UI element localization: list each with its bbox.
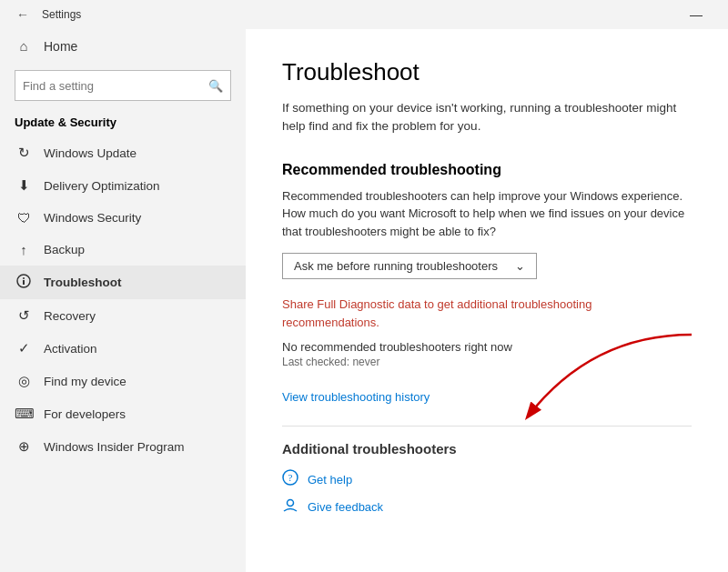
- recommended-description: Recommended troubleshooters can help imp…: [282, 187, 692, 241]
- recommended-section-title: Recommended troubleshooting: [282, 162, 692, 178]
- minimize-button[interactable]: —: [675, 0, 717, 29]
- additional-section: Additional troubleshooters: [282, 426, 692, 457]
- sidebar-item-windows-insider[interactable]: ⊕ Windows Insider Program: [0, 430, 246, 463]
- sidebar-search-box[interactable]: 🔍: [15, 70, 231, 101]
- get-help-icon: ?: [282, 469, 298, 489]
- diagnostic-link-container: Share Full Diagnostic data to get additi…: [282, 296, 692, 331]
- recovery-icon: ↺: [15, 307, 33, 324]
- sidebar-item-label: Delivery Optimization: [44, 179, 160, 193]
- search-input[interactable]: [23, 79, 208, 93]
- sidebar-item-for-developers[interactable]: ⌨ For developers: [0, 397, 246, 430]
- sidebar-item-activation[interactable]: ✓ Activation: [0, 332, 246, 365]
- svg-point-6: [288, 500, 294, 507]
- chevron-down-icon: ⌄: [515, 259, 525, 273]
- get-help-item[interactable]: ? Get help: [282, 469, 692, 489]
- sidebar-item-find-my-device[interactable]: ◎ Find my device: [0, 365, 246, 397]
- sidebar-section-title: Update & Security: [0, 112, 246, 136]
- svg-point-1: [23, 277, 25, 279]
- delivery-optimization-icon: ⬇: [15, 177, 33, 194]
- svg-text:?: ?: [288, 472, 293, 483]
- sidebar-item-label: Troubleshoot: [44, 276, 122, 289]
- sidebar-item-label: Find my device: [44, 375, 126, 388]
- sidebar-item-recovery[interactable]: ↺ Recovery: [0, 299, 246, 332]
- give-feedback-item[interactable]: Give feedback: [282, 497, 692, 517]
- page-description: If something on your device isn't workin…: [282, 99, 692, 136]
- home-icon: ⌂: [15, 38, 33, 54]
- troubleshoot-icon: [15, 274, 33, 291]
- search-icon: 🔍: [208, 79, 223, 93]
- titlebar-controls: —: [675, 0, 717, 29]
- sidebar-item-label: For developers: [44, 407, 126, 421]
- main-content: Troubleshoot If something on your device…: [246, 29, 728, 572]
- feedback-label: Give feedback: [308, 500, 383, 514]
- sidebar-item-label: Windows Update: [44, 146, 136, 160]
- sidebar-item-label: Backup: [44, 243, 85, 256]
- get-help-label: Get help: [308, 473, 352, 487]
- for-developers-icon: ⌨: [15, 406, 33, 422]
- last-checked-text: Last checked: never: [282, 356, 692, 368]
- sidebar-item-backup[interactable]: ↑ Backup: [0, 234, 246, 266]
- sidebar-item-troubleshoot[interactable]: Troubleshoot: [0, 266, 246, 299]
- windows-security-icon: 🛡: [15, 210, 33, 226]
- activation-icon: ✓: [15, 340, 33, 356]
- additional-troubleshooters-title: Additional troubleshooters: [282, 441, 692, 457]
- page-title: Troubleshoot: [282, 58, 692, 86]
- troubleshooter-dropdown[interactable]: Ask me before running troubleshooters ⌄: [282, 253, 537, 279]
- sidebar-item-delivery-optimization[interactable]: ⬇ Delivery Optimization: [0, 169, 246, 202]
- section-divider: [282, 426, 692, 426]
- sidebar-item-windows-update[interactable]: ↻ Windows Update: [0, 136, 246, 169]
- app-body: ⌂ Home 🔍 Update & Security ↻ Windows Upd…: [0, 29, 728, 572]
- feedback-icon: [282, 497, 298, 517]
- titlebar: ← Settings —: [0, 0, 728, 29]
- dropdown-label: Ask me before running troubleshooters: [294, 259, 498, 273]
- sidebar-item-label: Recovery: [44, 309, 96, 323]
- find-my-device-icon: ◎: [15, 373, 33, 389]
- sidebar-item-windows-security[interactable]: 🛡 Windows Security: [0, 202, 246, 234]
- diagnostic-link[interactable]: Share Full Diagnostic data to get additi…: [282, 297, 592, 329]
- windows-insider-icon: ⊕: [15, 438, 33, 455]
- sidebar: ⌂ Home 🔍 Update & Security ↻ Windows Upd…: [0, 29, 246, 572]
- sidebar-item-label: Windows Security: [44, 211, 141, 225]
- sidebar-item-label: Activation: [44, 342, 97, 356]
- windows-update-icon: ↻: [15, 145, 33, 161]
- titlebar-title: Settings: [42, 8, 81, 21]
- sidebar-item-home[interactable]: ⌂ Home: [0, 29, 246, 63]
- titlebar-left: ← Settings: [11, 4, 81, 25]
- back-button[interactable]: ←: [11, 4, 35, 25]
- view-history-link[interactable]: View troubleshooting history: [282, 390, 692, 404]
- sidebar-item-label: Windows Insider Program: [44, 440, 185, 454]
- backup-icon: ↑: [15, 242, 33, 257]
- svg-rect-2: [23, 280, 25, 285]
- sidebar-home-label: Home: [44, 39, 77, 54]
- no-troubleshooters-text: No recommended troubleshooters right now: [282, 340, 692, 354]
